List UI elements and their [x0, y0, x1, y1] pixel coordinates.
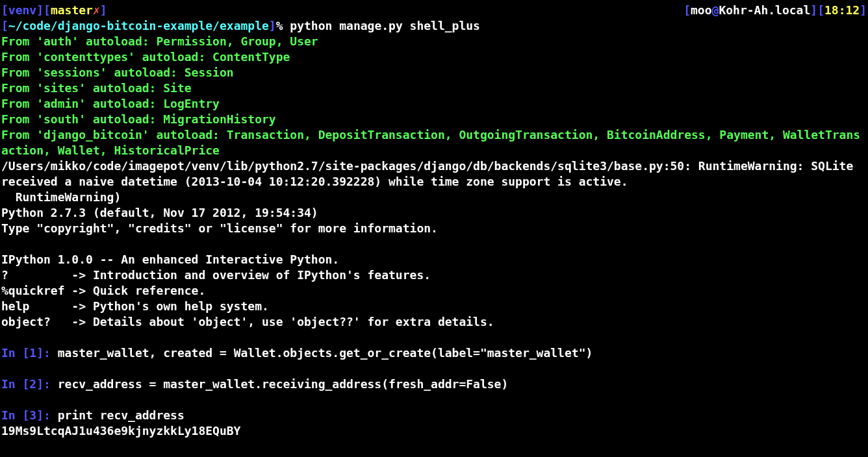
- ipython-output: 19Ms9LtcqAJ1u436e9kjnyzkkLy18EQuBY: [1, 423, 867, 439]
- ipython-input-1[interactable]: In [1]: master_wallet, created = Wallet.…: [1, 345, 867, 361]
- shell-prompt-line[interactable]: [~/code/django-bitcoin-example/example]%…: [1, 18, 867, 34]
- prompt-left: [venv][master✗]: [1, 3, 107, 18]
- autoload-output: From 'sites' autoload: Site: [1, 80, 867, 96]
- terminal-header: [venv][master✗] [moo@Kohr-Ah.local][18:1…: [1, 3, 867, 18]
- ipython-input-2[interactable]: In [2]: recv_address = master_wallet.rec…: [1, 377, 867, 392]
- python-info: Type "copyright", "credits" or "license"…: [1, 221, 867, 236]
- autoload-output: From 'django_bitcoin' autoload: Transact…: [1, 127, 867, 158]
- ipython-command: print recv_address: [58, 408, 185, 422]
- prompt-right: [moo@Kohr-Ah.local][18:12]: [683, 3, 867, 18]
- python-version: Python 2.7.3 (default, Nov 17 2012, 19:5…: [1, 205, 867, 221]
- autoload-output: From 'sessions' autoload: Session: [1, 65, 867, 80]
- runtime-warning: RuntimeWarning): [1, 190, 867, 205]
- ipython-help: object? -> Details about 'object', use '…: [1, 314, 867, 330]
- autoload-output: From 'auth' autoload: Permission, Group,…: [1, 34, 867, 49]
- blank-line: [1, 361, 867, 377]
- autoload-output: From 'admin' autoload: LogEntry: [1, 96, 867, 112]
- ipython-input-3[interactable]: In [3]: print recv_address: [1, 408, 867, 423]
- shell-command: python manage.py shell_plus: [290, 19, 480, 32]
- blank-line: [1, 330, 867, 345]
- runtime-warning: /Users/mikko/code/imagepot/venv/lib/pyth…: [1, 158, 867, 190]
- ipython-help: help -> Python's own help system.: [1, 299, 867, 314]
- ipython-help: ? -> Introduction and overview of IPytho…: [1, 267, 867, 283]
- autoload-output: From 'contenttypes' autoload: ContentTyp…: [1, 49, 867, 65]
- ipython-command: recv_address = master_wallet.receiving_a…: [58, 377, 509, 391]
- ipython-banner: IPython 1.0.0 -- An enhanced Interactive…: [1, 252, 867, 267]
- autoload-output: From 'south' autoload: MigrationHistory: [1, 112, 867, 127]
- ipython-help: %quickref -> Quick reference.: [1, 283, 867, 299]
- blank-line: [1, 236, 867, 252]
- ipython-command: master_wallet, created = Wallet.objects.…: [58, 346, 593, 360]
- blank-line: [1, 392, 867, 408]
